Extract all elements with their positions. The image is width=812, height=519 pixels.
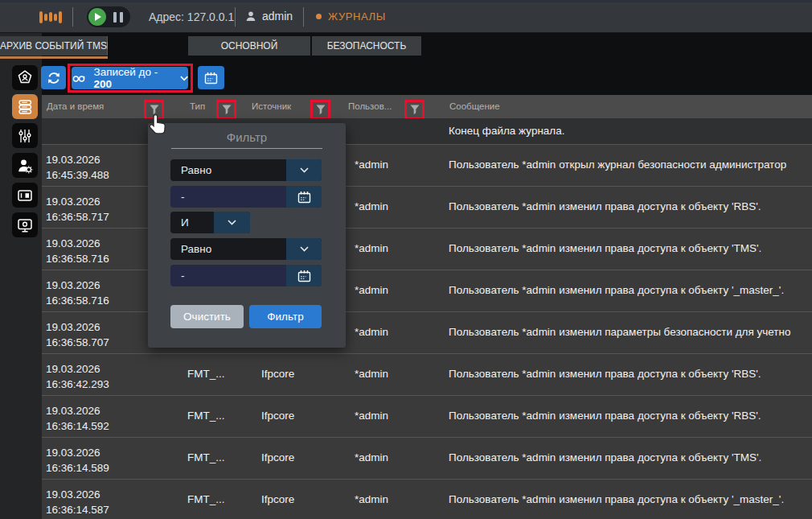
table-row[interactable]: 19.03.202616:36:42.293 FMT_... Ifpcore *… — [42, 354, 812, 396]
sidebar-item-settings[interactable] — [12, 123, 38, 148]
cell-datetime: 19.03.202616:36:14.587 — [46, 487, 109, 517]
cell-message: Пользователь *admin изменил права доступ… — [449, 284, 812, 296]
date-input-2[interactable]: - — [170, 265, 322, 286]
cell-message: Пользователь *admin открыл журнал безопа… — [449, 159, 812, 171]
current-user[interactable]: admin — [245, 10, 293, 23]
cell-user: *admin — [355, 410, 388, 422]
security-badge-icon — [16, 69, 34, 87]
cell-message: Пользователь *admin изменил права доступ… — [449, 200, 812, 212]
refresh-button[interactable] — [41, 66, 66, 89]
top-strip — [0, 0, 812, 2]
cell-datetime: 19.03.202616:45:39.488 — [46, 152, 109, 183]
journals-label: ЖУРНАЛЫ — [328, 10, 386, 23]
popup-divider — [171, 148, 322, 149]
cell-datetime: 19.03.202616:36:14.589 — [46, 445, 109, 476]
play-pause-toggle[interactable] — [87, 6, 130, 27]
sidebar-item-cards[interactable] — [12, 183, 38, 208]
filter-funnel-icon[interactable] — [316, 105, 326, 115]
date-picker-button[interactable] — [286, 186, 322, 208]
play-icon[interactable] — [88, 8, 106, 26]
cell-type: FMT_... — [187, 451, 225, 463]
user-icon — [245, 10, 256, 22]
cell-source: Ifpcore — [261, 368, 294, 380]
user-gear-icon — [16, 157, 34, 175]
condition-value: Равно — [170, 164, 286, 176]
filter-popup-title: Фильтр — [148, 130, 346, 144]
date-value: - — [170, 270, 286, 282]
condition-select-1[interactable]: Равно — [170, 159, 322, 181]
column-header-message[interactable]: Сообщение — [449, 101, 500, 111]
date-picker-button[interactable] — [286, 265, 322, 286]
cell-datetime: 19.03.202616:36:58.716 — [46, 236, 109, 266]
sidebar-item-users[interactable] — [12, 153, 38, 178]
sidebar-item-journals[interactable] — [12, 94, 38, 119]
calendar-icon — [297, 270, 311, 282]
chevron-down-icon — [228, 220, 236, 225]
username-label: admin — [262, 10, 293, 23]
cell-message: Конец файла журнала. — [449, 125, 812, 137]
pause-icon[interactable] — [113, 12, 123, 23]
table-row[interactable]: 19.03.202616:36:14.592 FMT_... Ifpcore *… — [42, 396, 812, 438]
select-chevron-button[interactable] — [286, 238, 322, 260]
apply-filter-button[interactable]: Фильтр — [249, 305, 322, 328]
chevron-down-icon — [300, 167, 309, 173]
cell-message: Пользователь *admin изменил права доступ… — [449, 368, 812, 380]
app-logo-icon — [39, 9, 62, 25]
date-value: - — [170, 191, 286, 203]
column-header-user[interactable]: Пользов... — [348, 101, 392, 111]
calendar-button[interactable] — [198, 66, 224, 89]
topbar-divider — [303, 7, 304, 27]
condition-select-2[interactable]: Равно — [170, 238, 322, 260]
cell-message: Пользователь *admin изменил права доступ… — [449, 451, 812, 463]
tab-security[interactable]: БЕЗОПАСНОСТЬ — [312, 36, 421, 56]
cell-user: *admin — [355, 242, 388, 254]
topbar-divider — [235, 7, 236, 27]
tab-main[interactable]: ОСНОВНОЙ — [188, 36, 310, 56]
cell-user: *admin — [355, 451, 388, 463]
table-row[interactable]: 19.03.202616:36:14.589 FMT_... Ifpcore *… — [42, 438, 812, 480]
filter-annotation-type — [216, 100, 236, 120]
cell-message: Пользователь *admin изменил параметры бе… — [449, 326, 812, 338]
column-header-type[interactable]: Тип — [190, 101, 205, 111]
tab-tms-archive[interactable]: АРХИВ СОБЫТИЙ TMS — [0, 36, 107, 56]
counter-icon — [72, 73, 87, 84]
select-chevron-button[interactable] — [214, 212, 250, 233]
cell-datetime: 19.03.202616:36:58.716 — [46, 278, 109, 308]
bullet-icon — [316, 14, 322, 19]
sidebar — [0, 33, 42, 519]
operator-select[interactable]: И — [170, 212, 250, 233]
cell-datetime: 19.03.202616:36:14.592 — [46, 403, 109, 434]
journals-icon — [16, 98, 34, 116]
top-bar: Адрес: 127.0.0.1 admin ЖУРНАЛЫ — [0, 0, 812, 33]
mouse-cursor-pointer — [149, 113, 167, 136]
filter-funnel-icon[interactable] — [410, 105, 420, 115]
date-input-1[interactable]: - — [170, 186, 322, 208]
cell-source: Ifpcore — [261, 493, 294, 505]
card-reader-icon — [16, 187, 34, 204]
column-header-source[interactable]: Источник — [252, 101, 291, 111]
clear-filter-button[interactable]: Очистить — [170, 305, 244, 328]
operator-value: И — [170, 216, 214, 229]
cell-message: Пользователь *admin изменил права доступ… — [449, 493, 812, 505]
records-limit-dropdown[interactable]: Записей до - 200 — [72, 67, 188, 89]
table-row[interactable]: 19.03.202616:36:14.587 FMT_... Ifpcore *… — [42, 480, 812, 519]
cell-datetime: 19.03.202616:36:58.717 — [46, 194, 109, 224]
refresh-icon — [47, 71, 61, 85]
calendar-icon — [297, 191, 311, 204]
select-chevron-button[interactable] — [286, 159, 322, 181]
column-header-datetime[interactable]: Дата и время — [47, 101, 104, 111]
cell-datetime: 19.03.202616:36:58.707 — [46, 319, 109, 350]
tab-label: БЕЗОПАСНОСТЬ — [327, 40, 407, 51]
sliders-icon — [16, 127, 34, 145]
cell-user: *admin — [355, 493, 388, 505]
cell-user: *admin — [355, 326, 388, 338]
cell-user: *admin — [355, 284, 388, 296]
sidebar-item-monitor[interactable] — [12, 212, 38, 237]
address-label: Адрес: 127.0.0.1 — [149, 10, 234, 23]
filter-funnel-icon[interactable] — [222, 105, 232, 115]
journals-menu[interactable]: ЖУРНАЛЫ — [316, 10, 386, 23]
cell-type: FMT_... — [187, 410, 225, 422]
cell-datetime: 19.03.202616:36:42.293 — [46, 361, 109, 392]
condition-value: Равно — [170, 243, 286, 255]
sidebar-item-security[interactable] — [12, 65, 38, 90]
